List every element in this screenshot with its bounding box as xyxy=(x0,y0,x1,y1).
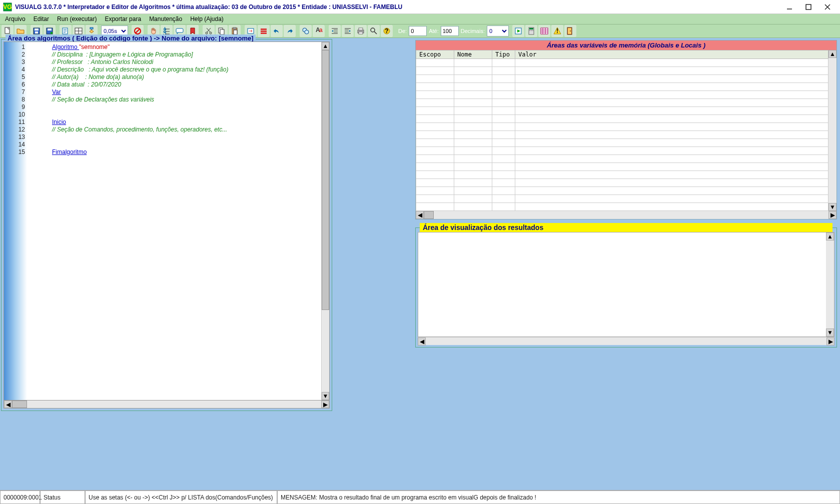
scroll-up-icon[interactable]: ▲ xyxy=(826,232,834,240)
col-tipo[interactable]: Tipo xyxy=(492,50,515,59)
col-nome[interactable]: Nome xyxy=(454,50,492,59)
table-row[interactable] xyxy=(416,147,828,155)
svg-line-20 xyxy=(136,29,140,33)
ate-input[interactable] xyxy=(441,26,459,36)
indent-right-icon[interactable] xyxy=(342,25,354,37)
editor-hscrollbar[interactable]: ◀ ▶ xyxy=(4,400,330,408)
scroll-left-icon[interactable]: ◀ xyxy=(418,338,426,346)
results-output[interactable] xyxy=(418,232,826,336)
print-icon[interactable] xyxy=(355,25,367,37)
svg-rect-3 xyxy=(806,4,811,10)
svg-line-30 xyxy=(207,28,211,32)
scroll-right-icon[interactable]: ▶ xyxy=(828,211,836,219)
col-valor[interactable]: Valor xyxy=(515,50,828,59)
code-editor[interactable]: 123456789101112131415 Algoritmo "semnome… xyxy=(4,42,330,400)
scroll-up-icon[interactable]: ▲ xyxy=(828,50,836,58)
table-row[interactable] xyxy=(416,123,828,131)
col-escopo[interactable]: Escopo xyxy=(416,50,454,59)
svg-rect-16 xyxy=(90,28,93,29)
table-row[interactable] xyxy=(416,107,828,115)
table-row[interactable] xyxy=(416,163,828,171)
svg-text:?: ? xyxy=(385,28,388,34)
table-row[interactable] xyxy=(416,139,828,147)
line-gutter: 123456789101112131415 xyxy=(4,42,27,158)
titlebar: VG VISUALG 3.0.7.0 * Interpretador e Edi… xyxy=(0,0,840,14)
menu-editar[interactable]: Editar xyxy=(30,14,53,24)
scroll-left-icon[interactable]: ◀ xyxy=(416,211,424,219)
table-row[interactable] xyxy=(416,67,828,75)
svg-point-58 xyxy=(371,28,375,32)
table-row[interactable] xyxy=(416,83,828,91)
redo-icon[interactable] xyxy=(284,25,296,37)
svg-rect-57 xyxy=(359,32,363,34)
results-vscrollbar[interactable]: ▲ ▼ xyxy=(826,232,834,336)
indent-left-icon[interactable] xyxy=(329,25,341,37)
maximize-button[interactable] xyxy=(799,2,818,12)
decimais-label: Decimais: xyxy=(459,28,487,34)
decimais-select[interactable]: 0 xyxy=(487,26,509,36)
table-row[interactable] xyxy=(416,59,828,67)
scroll-left-icon[interactable]: ◀ xyxy=(4,400,12,408)
zoom-icon[interactable] xyxy=(368,25,380,37)
scroll-down-icon[interactable]: ▼ xyxy=(828,203,836,211)
table-row[interactable] xyxy=(416,99,828,107)
svg-rect-36 xyxy=(234,30,237,34)
table-row[interactable] xyxy=(416,171,828,179)
code-text[interactable]: Algoritmo "semnome"// Disciplina : [Ling… xyxy=(50,42,321,400)
svg-rect-6 xyxy=(5,28,10,34)
svg-point-28 xyxy=(206,32,208,34)
variables-hscrollbar[interactable]: ◀ ▶ xyxy=(416,211,836,219)
calculator-icon[interactable] xyxy=(525,25,537,37)
status-message: MENSAGEM: Mostra o resultado final de um… xyxy=(277,490,840,504)
table-row[interactable] xyxy=(416,155,828,163)
run-icon[interactable] xyxy=(512,25,524,37)
table-row[interactable] xyxy=(416,179,828,187)
svg-text:VG: VG xyxy=(3,4,12,10)
menu-exportar[interactable]: Exportar para xyxy=(101,14,145,24)
warning-icon[interactable]: ! xyxy=(551,25,563,37)
scroll-right-icon[interactable]: ▶ xyxy=(826,338,834,346)
svg-line-31 xyxy=(207,28,210,32)
de-input[interactable] xyxy=(409,26,427,36)
exit-icon[interactable] xyxy=(564,25,576,37)
variables-panel: Áreas das variáveis de memória (Globais … xyxy=(415,40,837,220)
svg-text:!: ! xyxy=(556,28,558,34)
app-icon: VG xyxy=(3,2,12,12)
editor-vscrollbar[interactable]: ▲ ▼ xyxy=(321,42,329,400)
variables-table[interactable]: Escopo Nome Tipo Valor xyxy=(416,50,828,211)
table-row[interactable] xyxy=(416,91,828,99)
variables-vscrollbar[interactable]: ▲ ▼ xyxy=(828,50,836,211)
table-row[interactable] xyxy=(416,203,828,211)
menu-help[interactable]: Help (Ajuda) xyxy=(186,14,228,24)
svg-rect-11 xyxy=(48,28,52,30)
menu-arquivo[interactable]: Arquivo xyxy=(1,14,30,24)
table-row[interactable] xyxy=(416,75,828,83)
find-icon[interactable] xyxy=(300,25,312,37)
replace-icon[interactable]: Aa xyxy=(313,25,325,37)
results-panel: Área de visualização dos resultados ▲ ▼ … xyxy=(415,228,837,348)
table-row[interactable] xyxy=(416,115,828,123)
scroll-down-icon[interactable]: ▼ xyxy=(826,328,834,336)
scroll-right-icon[interactable]: ▶ xyxy=(321,400,329,408)
help-icon[interactable]: ? xyxy=(381,25,393,37)
svg-rect-67 xyxy=(531,30,532,31)
svg-rect-56 xyxy=(359,28,363,30)
svg-rect-39 xyxy=(261,30,267,32)
scroll-up-icon[interactable]: ▲ xyxy=(322,42,329,50)
table-row[interactable] xyxy=(416,131,828,139)
menu-run[interactable]: Run (executar) xyxy=(53,14,101,24)
scroll-down-icon[interactable]: ▼ xyxy=(322,392,329,400)
table-row[interactable] xyxy=(416,187,828,195)
minimize-button[interactable] xyxy=(780,2,799,12)
undo-icon[interactable] xyxy=(271,25,283,37)
breakpoint-icon[interactable] xyxy=(258,25,270,37)
results-hscrollbar[interactable]: ◀ ▶ xyxy=(418,337,834,345)
menu-manutencao[interactable]: Manutenção xyxy=(145,14,186,24)
table-row[interactable] xyxy=(416,195,828,203)
table-icon[interactable] xyxy=(538,25,550,37)
close-button[interactable] xyxy=(818,2,837,12)
svg-rect-69 xyxy=(541,28,548,34)
code-panel-title: Área dos algoritmos ( Edição do código f… xyxy=(6,34,256,42)
svg-marker-17 xyxy=(90,30,94,33)
svg-marker-47 xyxy=(332,30,333,32)
